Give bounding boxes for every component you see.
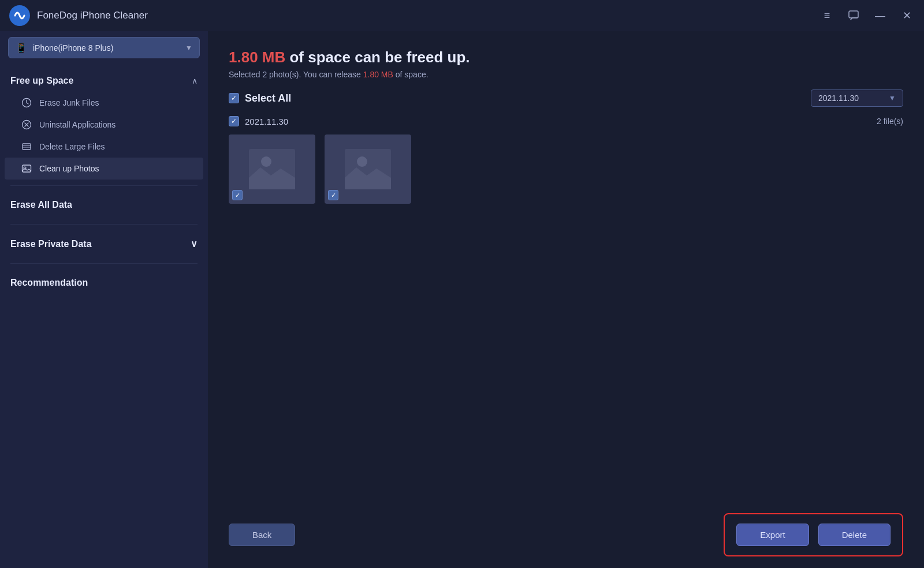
title-bar-left: FoneDog iPhone Cleaner — [9, 5, 148, 26]
uninstall-apps-icon — [21, 119, 32, 130]
chat-icon — [848, 10, 859, 21]
sidebar-section-title: Free up Space — [10, 76, 73, 86]
select-all-row: ✓ Select All 2021.11.30 ▼ — [229, 89, 903, 107]
select-all-checkbox[interactable]: ✓ — [229, 93, 239, 103]
date-dropdown-value: 2021.11.30 — [818, 94, 884, 103]
sidebar-item-erase-all-data[interactable]: Erase All Data — [0, 192, 208, 218]
date-group-left: ✓ 2021.11.30 — [229, 116, 288, 126]
space-amount: 1.80 MB — [229, 48, 285, 66]
sidebar-section-free-up-space[interactable]: Free up Space ∧ — [0, 68, 208, 92]
photo-thumb-1[interactable]: ✓ — [229, 134, 315, 204]
sidebar-divider-3 — [10, 263, 198, 264]
delete-large-label: Delete Large Files — [39, 142, 105, 151]
sidebar: 📱 iPhone(iPhone 8 Plus) ▼ Free up Space … — [0, 31, 208, 568]
phone-icon: 📱 — [16, 42, 27, 53]
content-area: 1.80 MB of space can be freed up. Select… — [208, 31, 924, 568]
erase-private-data-label: Erase Private Data — [10, 239, 92, 249]
subtitle-mid: photo(s). You can release — [267, 70, 363, 79]
app-logo-icon — [9, 5, 30, 26]
photo-thumb-2[interactable]: ✓ — [325, 134, 411, 204]
subtitle-end: of space. — [393, 70, 429, 79]
device-name: iPhone(iPhone 8 Plus) — [33, 43, 180, 53]
erase-junk-label: Erase Junk Files — [39, 98, 99, 107]
date-group: ✓ 2021.11.30 2 file(s) ✓ — [229, 116, 903, 204]
space-subtitle: Selected 2 photo(s). You can release 1.8… — [229, 70, 903, 79]
recommendation-label: Recommendation — [10, 278, 88, 288]
sidebar-item-uninstall-apps[interactable]: Uninstall Applications — [5, 114, 203, 136]
action-box: Export Delete — [724, 513, 903, 556]
photo-placeholder-icon-1 — [249, 149, 295, 189]
date-dropdown[interactable]: 2021.11.30 ▼ — [811, 89, 903, 107]
erase-private-chevron-icon: ∨ — [191, 238, 198, 249]
sidebar-item-clean-photos[interactable]: Clean up Photos — [5, 158, 203, 180]
date-group-header: ✓ 2021.11.30 2 file(s) — [229, 116, 903, 126]
sidebar-divider-1 — [10, 185, 198, 186]
date-group-checkbox[interactable]: ✓ — [229, 116, 239, 126]
sidebar-section-chevron-icon: ∧ — [192, 76, 198, 85]
svg-rect-4 — [23, 144, 31, 150]
clean-photos-label: Clean up Photos — [39, 164, 99, 173]
sidebar-item-erase-junk[interactable]: Erase Junk Files — [5, 92, 203, 114]
device-selector[interactable]: 📱 iPhone(iPhone 8 Plus) ▼ — [8, 37, 200, 58]
sidebar-item-erase-private-data[interactable]: Erase Private Data ∨ — [0, 230, 208, 257]
device-chevron-icon: ▼ — [185, 44, 192, 52]
release-amount: 1.80 MB — [363, 70, 393, 79]
photo-placeholder-icon-2 — [345, 149, 391, 189]
sidebar-item-recommendation[interactable]: Recommendation — [0, 270, 208, 296]
menu-button[interactable]: ≡ — [819, 8, 835, 24]
dropdown-arrow-icon: ▼ — [889, 94, 896, 102]
date-group-label: 2021.11.30 — [245, 117, 288, 126]
svg-rect-1 — [849, 11, 858, 18]
select-all-label: Select All — [245, 92, 291, 104]
title-bar-controls: ≡ — ✕ — [819, 8, 915, 24]
erase-all-data-label: Erase All Data — [10, 200, 72, 210]
file-count: 2 file(s) — [877, 117, 903, 126]
clean-photos-icon — [21, 163, 32, 174]
back-button[interactable]: Back — [229, 524, 295, 546]
uninstall-apps-label: Uninstall Applications — [39, 120, 116, 129]
delete-button[interactable]: Delete — [818, 524, 891, 546]
sidebar-item-delete-large[interactable]: Delete Large Files — [5, 136, 203, 158]
svg-point-10 — [357, 156, 367, 167]
selected-count: 2 — [262, 70, 267, 79]
photo-1-checkbox[interactable]: ✓ — [232, 190, 243, 200]
photo-2-checkbox[interactable]: ✓ — [328, 190, 338, 200]
erase-junk-icon — [21, 98, 32, 108]
app-title: FoneDog iPhone Cleaner — [37, 10, 148, 21]
minimize-button[interactable]: — — [872, 8, 888, 24]
select-all-left: ✓ Select All — [229, 92, 291, 104]
chat-button[interactable] — [845, 8, 862, 24]
title-bar: FoneDog iPhone Cleaner ≡ — ✕ — [0, 0, 924, 31]
photos-row: ✓ ✓ — [229, 134, 903, 204]
subtitle-start: Selected — [229, 70, 262, 79]
svg-point-8 — [261, 156, 271, 167]
space-title: 1.80 MB of space can be freed up. — [229, 48, 903, 66]
delete-large-icon — [21, 141, 32, 152]
close-button[interactable]: ✕ — [899, 8, 915, 24]
main-layout: 📱 iPhone(iPhone 8 Plus) ▼ Free up Space … — [0, 31, 924, 568]
space-title-text: of space can be freed up. — [285, 48, 470, 66]
space-header: 1.80 MB of space can be freed up. Select… — [229, 48, 903, 79]
bottom-bar: Back Export Delete — [229, 502, 903, 556]
export-button[interactable]: Export — [736, 524, 808, 546]
sidebar-divider-2 — [10, 224, 198, 225]
